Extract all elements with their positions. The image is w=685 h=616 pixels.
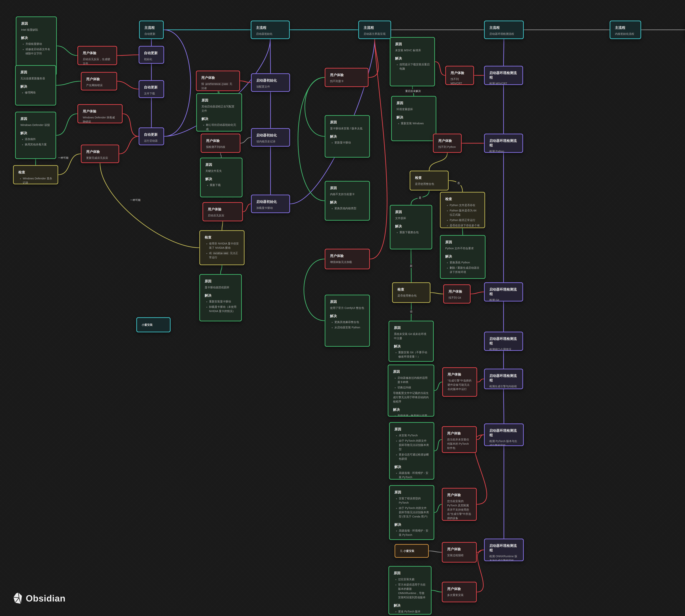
p-init-node[interactable]: 自动更新初始化 xyxy=(139,46,164,64)
m-auto-update-node[interactable]: 主流程自动更新 xyxy=(139,21,164,39)
g-msvc-node[interactable]: 原因未安装 MSVC 标准库解决按照提示下载安装后重启电脑 xyxy=(390,37,435,86)
u-repeat-install-node[interactable]: 用户体验多次重复安装 xyxy=(442,582,477,602)
p-port-node[interactable]: 启动器环境检测流程检测端口占用情况 xyxy=(484,332,523,351)
y-defender-log-node[interactable]: 检查Windows Defender 查杀记录 xyxy=(13,165,58,184)
g-git-missing-node[interactable]: 原因系统未安装 Git 或未在环境中注册解决重新安装 Git（不要手动修改环境变… xyxy=(389,321,434,362)
g-missing-files-node[interactable]: 原因关键文件丢失解决重新下载 xyxy=(200,158,243,197)
g-network-node[interactable]: 原因无法连接更新服务器解决修理网络 xyxy=(15,65,56,106)
m-launcher-init-node[interactable]: 主流程启动器初始化 xyxy=(251,21,290,39)
p-git-node[interactable]: 启动器环境检测流程检测 Git xyxy=(484,282,523,302)
p-python-node[interactable]: 启动器环境检测流程检测 Python xyxy=(484,134,523,153)
u-after-update-node[interactable]: 用户体验更新完成后无反应 xyxy=(81,145,119,163)
g-onnx-fallback-node[interactable]: 原因过往安装失败官方未提供适用于当前版本的最新 ONNXRuntime，导致安装… xyxy=(388,566,432,615)
edge-y-nvidia-check-to-g-gpu-crash[interactable] xyxy=(221,265,222,274)
g-engine-mismatch-node[interactable]: 原因启动器修改过内核的适用显卡种类切换过内核导致配置文件中记载的当前生成引擎无法… xyxy=(388,365,434,417)
edge-u-pytorch-none-to-g-pytorch-missing[interactable] xyxy=(434,440,442,451)
edge-u-no-git-to-y-integ2[interactable] xyxy=(431,292,443,294)
edge-m-launcher-init-to-p-read-config[interactable] xyxy=(270,39,271,73)
g-kernel-unsupported-node[interactable]: 原因内核不支持当前显卡解决更换其他内核类型 xyxy=(325,181,370,221)
edge-u-enhance-to-g-comfyui[interactable] xyxy=(304,259,325,321)
edge-u-after-update-to-y-nvidia-check[interactable] xyxy=(100,163,199,248)
g-pytorch-missing-node[interactable]: 原因未安装 PyTorch由于 PyTorch 内部文件损坏导致无法识别版本类型… xyxy=(389,422,434,480)
m-kernel-init-node[interactable]: 主流程内核初始化流程 xyxy=(610,21,641,39)
edge-p-engine-to-u-engine-device[interactable] xyxy=(477,379,484,382)
u-pytorch-none-node[interactable]: 用户体验您当前并未安装任何版本的 PyTorch 软件包 xyxy=(442,426,477,453)
edge-p-load-gpu-to-u-no-response[interactable] xyxy=(243,204,251,212)
edge-m-main-ui-to-u-no-gpu[interactable] xyxy=(368,39,378,78)
u-no-kernel-node[interactable]: 用户体验报检测不到内核 xyxy=(201,134,241,153)
edge-u-network-to-g-network[interactable] xyxy=(56,81,81,85)
g-onnx-fallback-bullet: 过往安装失败 xyxy=(394,577,426,581)
u-pytorch-device-node[interactable]: 用户体验您当前安装的 PyTorch 及其附属库并不支持使用您在"生成引擎"中所… xyxy=(442,488,477,521)
u-defender-node[interactable]: 用户体验Windows Defender 病毒威胁错误 xyxy=(77,104,122,123)
u-no-python-node[interactable]: 用户体验找不到 Python xyxy=(433,134,462,153)
u-lockfile-node[interactable]: 用户体验启动后无反应，生成锁文件 xyxy=(77,46,117,65)
obsidian-canvas-surface[interactable]: Obsidian 主流程自动更新主流程启动器初始化主流程启动器主界面呈现主流程启… xyxy=(0,0,685,616)
p-download-node[interactable]: 自动更新文件下载 xyxy=(139,80,164,98)
u-preference-node[interactable]: 用户体验报 preference.json 无法读 xyxy=(196,71,240,91)
edge-p-onnx-to-u-repeat-install[interactable] xyxy=(477,550,484,592)
edge-u-engine-device-to-g-engine-mismatch[interactable] xyxy=(434,382,442,391)
edge-u-no-python-to-y-integ1[interactable] xyxy=(429,153,448,171)
edge-u-no-kernel-to-g-missing-files[interactable] xyxy=(221,153,221,158)
p-engine-node[interactable]: 启动器环境检测流程检测生成引擎与内核相容性 xyxy=(484,369,523,389)
edge-p-engine-to-p-pytorch[interactable] xyxy=(504,389,504,423)
edge-p-run-to-m-auto-update[interactable] xyxy=(164,30,191,136)
y-integ2-node[interactable]: 检查是否使用整合包 xyxy=(392,282,431,303)
u-install-error-node[interactable]: 用户体验安装过程报错 xyxy=(442,542,477,563)
y-python-check-node[interactable]: 检查Python 文件是否存在Python 版本是否为 64 位正式版Pytho… xyxy=(440,192,485,228)
p-run-node[interactable]: 自动更新运行启动器 xyxy=(139,128,164,145)
u-no-gpu-node[interactable]: 用户体验找不到显卡 xyxy=(325,68,368,87)
edge-y-python-check-to-g-python-bad[interactable] xyxy=(462,228,463,235)
y-integ1-node[interactable]: 检查是否使用整合包 xyxy=(410,171,449,191)
edge-u-repeat-install-to-g-onnx-fallback[interactable] xyxy=(432,590,442,592)
edge-m-main-ui-to-u-enhance[interactable] xyxy=(370,39,387,259)
t-window-install-node[interactable]: 小窗安装 xyxy=(136,317,170,332)
g-comfyui-node[interactable]: 原因使用了官方 ComfyUI 整合包解决更换其他兼容整合包从启动器安装 Pyt… xyxy=(325,295,370,347)
edge-u-msvcrt-to-g-msvc[interactable] xyxy=(435,62,445,75)
edge-p-read-history-to-u-no-kernel[interactable] xyxy=(241,137,251,144)
m-env-check-node[interactable]: 主流程启动器环境检测流程 xyxy=(484,21,524,39)
edge-p-run-to-u-after-update[interactable] xyxy=(119,136,139,154)
edge-u-pytorch-device-to-g-pytorch-wrong[interactable] xyxy=(434,504,442,512)
m-main-ui-node[interactable]: 主流程启动器主界面呈现 xyxy=(358,21,391,39)
g-pytorch-wrong-node[interactable]: 原因安装了错误类型的 PyTorch由于 PyTorch 内部文件损坏导致无法识… xyxy=(389,485,434,540)
g-gpu-driver-node[interactable]: 原因显卡驱动未安装 / 版本太低解决更新显卡驱动 xyxy=(325,115,370,158)
y-nvidia-check-node[interactable]: 检查使用非 NVIDIA 显卡但安装了 NVIDIA 驱动或 nvidia-sm… xyxy=(199,230,245,265)
edge-u-no-response-to-y-nvidia-check[interactable] xyxy=(222,221,223,230)
p-git-text: 检测 Git xyxy=(489,298,518,302)
edge-p-init-to-u-lockfile[interactable] xyxy=(117,55,139,56)
g-config-writing-node[interactable]: 原因其他启动器进程正在写配置文件解决耐心等待启动器初始化完成 xyxy=(196,93,242,132)
edge-u-no-gpu-to-g-kernel-unsupported[interactable] xyxy=(298,78,325,201)
u-no-git-node[interactable]: 用户体验找不到 Git xyxy=(443,284,471,304)
u-enhance-node[interactable]: 用户体验增强体验无法加载 xyxy=(325,249,370,269)
p-read-history-node[interactable]: 启动器初始化读内核历史记录 xyxy=(251,128,290,147)
u-network-node[interactable]: 用户体验产生网络错误 xyxy=(81,72,117,90)
edge-m-env-check-to-p-msvcrt[interactable] xyxy=(504,39,504,66)
p-read-config-node[interactable]: 启动器初始化读配置文件 xyxy=(251,73,290,92)
g-python-bad-node[interactable]: 原因Python 文件不符合要求解决更换系统 Python删除 / 重新生成启动… xyxy=(440,235,485,279)
edge-p-run-to-u-defender[interactable] xyxy=(122,114,139,136)
g-file-broken-node[interactable]: 原因文件损坏解决重新下载整合包 xyxy=(390,205,432,249)
g-gpu-crash-node[interactable]: 原因显卡驱动崩溃或损坏解决重新安装显卡驱动卸载显卡驱动（未使用 NVIDIA 显… xyxy=(199,274,242,321)
l-window-ref-node[interactable]: 见 小窗安装 xyxy=(394,544,429,558)
u-msvcrt-node[interactable]: 用户体验找不到 MSVCRT xyxy=(445,66,474,85)
g-envvar-node[interactable]: 原因环境变量损坏解决重新安装 Windows xyxy=(391,96,436,141)
edge-u-no-gpu-to-g-gpu-driver[interactable] xyxy=(305,78,325,136)
p-onnx-node[interactable]: 启动器环境检测流程检测 ONNXRuntime 版本与生成引擎相容性 xyxy=(484,538,524,561)
y-python-check-heading: 检查 xyxy=(445,197,480,201)
edge-u-install-error-to-l-window-ref[interactable] xyxy=(429,551,442,552)
edge-u-defender-to-g-defender[interactable] xyxy=(56,114,77,135)
p-load-gpu-node[interactable]: 启动器初始化加载显卡驱动 xyxy=(251,195,290,213)
g-defender-node[interactable]: 原因Windows Defender 误报解决添加例外换用其他杀毒方案 xyxy=(15,112,56,159)
u-engine-device-node[interactable]: 用户体验"生成引擎"中选择的硬件设备可能无法在此版本中运行 xyxy=(442,367,477,397)
g-gpu-driver-heading: 解决 xyxy=(330,134,365,139)
p-pytorch-node[interactable]: 启动器环境检测流程检测 PyTorch 版本与生成引擎相容性 xyxy=(484,423,524,446)
u-no-response-node[interactable]: 用户体验启动后无反应 xyxy=(203,202,243,221)
edge-u-preference-to-g-config-writing[interactable] xyxy=(218,91,219,93)
edge-p-download-to-u-network[interactable] xyxy=(117,81,139,89)
g-missing-files-heading: 解决 xyxy=(205,177,237,181)
edge-u-lockfile-to-g-intel[interactable] xyxy=(57,46,77,56)
edge-p-git-to-u-no-git[interactable] xyxy=(471,292,484,294)
p-msvcrt-node[interactable]: 启动器环境检测流程检测 MSVCRT xyxy=(484,66,523,85)
